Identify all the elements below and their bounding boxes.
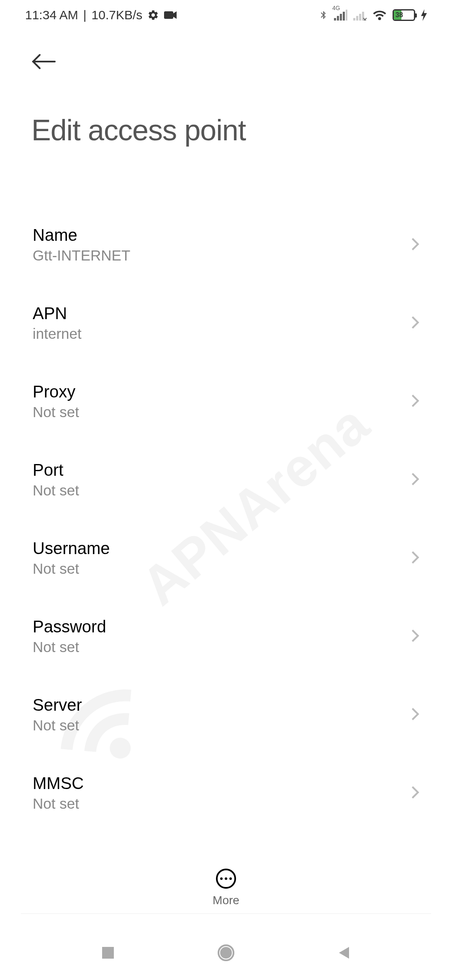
setting-label: Name [33,226,130,245]
setting-server[interactable]: Server Not set [33,676,419,754]
setting-apn[interactable]: APN internet [33,284,419,362]
setting-value: Not set [33,560,110,577]
status-data-rate: 10.7KB/s [92,8,143,22]
status-bar: 11:34 AM | 10.7KB/s 4G [0,0,452,30]
status-bar-right: 4G [319,9,427,21]
setting-label: Server [33,696,82,714]
chevron-right-icon [411,472,419,488]
more-icon [216,869,236,889]
svg-rect-2 [337,16,339,21]
divider [21,913,431,914]
more-label: More [213,894,239,907]
setting-name[interactable]: Name Gtt-INTERNET [33,206,419,284]
camera-icon [164,10,177,20]
setting-value: internet [33,325,82,342]
setting-value: Not set [33,404,79,420]
charging-icon [421,9,427,21]
setting-label: APN [33,304,82,323]
chevron-right-icon [411,629,419,645]
svg-point-10 [378,17,381,20]
setting-value: Not set [33,795,84,812]
svg-rect-0 [164,11,173,19]
battery-icon: 38 [393,9,415,21]
nav-home-button[interactable] [216,943,236,963]
chevron-right-icon [411,237,419,253]
svg-point-15 [221,948,231,958]
setting-label: Proxy [33,382,79,401]
chevron-right-icon [411,315,419,331]
settings-list: Name Gtt-INTERNET APN internet Proxy Not… [0,206,452,813]
svg-rect-1 [334,18,336,21]
setting-username[interactable]: Username Not set [33,519,419,597]
chevron-right-icon [411,785,419,801]
signal-sim2-icon [353,10,367,21]
setting-port[interactable]: Port Not set [33,441,419,519]
setting-label: Password [33,617,106,636]
setting-password[interactable]: Password Not set [33,597,419,676]
signal-4g-icon: 4G [334,10,347,21]
svg-rect-9 [362,12,364,21]
chevron-right-icon [411,394,419,410]
chevron-right-icon [411,707,419,723]
page-title: Edit access point [31,113,421,147]
more-button[interactable]: More [0,869,452,907]
wifi-icon [372,10,387,21]
setting-mmsc[interactable]: MMSC Not set [33,754,419,813]
chevron-right-icon [411,550,419,566]
setting-value: Gtt-INTERNET [33,247,130,264]
status-time: 11:34 AM [25,8,78,22]
svg-rect-3 [340,14,342,21]
svg-rect-5 [346,10,347,21]
bluetooth-icon [319,9,328,21]
header: Edit access point [0,30,452,147]
setting-label: Username [33,539,110,558]
setting-value: Not set [33,717,82,734]
svg-rect-13 [102,947,114,959]
setting-proxy[interactable]: Proxy Not set [33,362,419,441]
svg-rect-8 [359,14,361,21]
svg-rect-7 [356,16,358,21]
setting-value: Not set [33,482,79,499]
status-bar-left: 11:34 AM | 10.7KB/s [25,8,177,22]
svg-rect-6 [353,18,355,21]
setting-label: Port [33,461,79,480]
gear-icon [147,9,159,21]
back-button[interactable] [31,53,56,70]
setting-label: MMSC [33,774,84,793]
navigation-bar [0,926,452,980]
nav-recents-button[interactable] [100,945,116,960]
setting-value: Not set [33,639,106,655]
nav-back-button[interactable] [336,945,352,960]
svg-rect-4 [343,12,345,21]
